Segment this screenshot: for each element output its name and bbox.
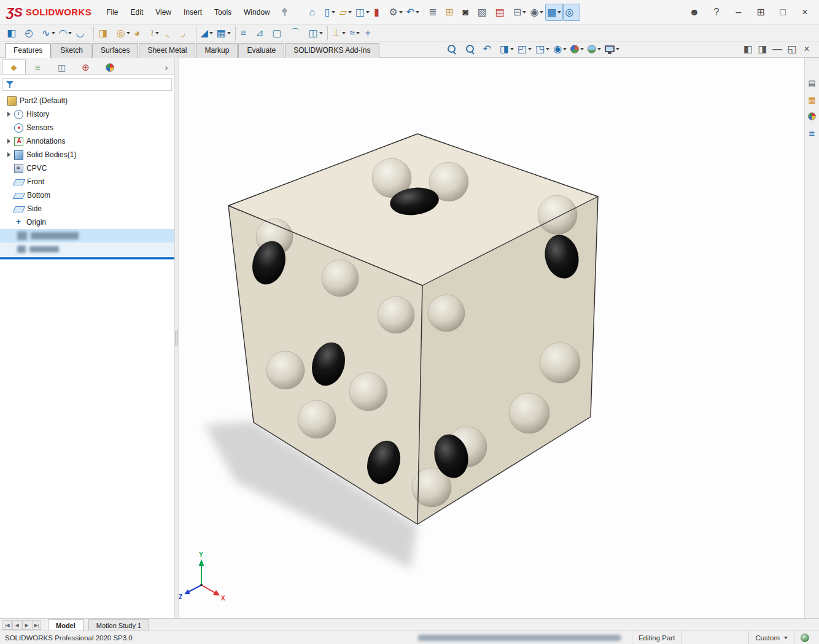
configurationmanager-tab[interactable] — [50, 60, 74, 74]
appearances-scenes-tab[interactable] — [807, 111, 818, 122]
document-view-tab[interactable]: Motion Study 1 — [88, 619, 149, 630]
close-document-button[interactable]: × — [799, 43, 814, 55]
custom-properties-tab[interactable]: ≣ — [807, 127, 818, 138]
document-view-tab[interactable]: Model — [48, 619, 83, 630]
graphics-area[interactable]: Y X Z — [179, 58, 804, 618]
tree-item-redacted[interactable] — [0, 242, 174, 256]
shell-button[interactable]: ▢ — [270, 26, 288, 41]
extruded-cut-button[interactable]: ◨ — [96, 26, 114, 41]
dropdown-caret-icon[interactable] — [557, 11, 561, 14]
minimize-window-button[interactable]: – — [729, 4, 748, 21]
tree-root-item[interactable]: Part2 (Default) — [0, 94, 174, 107]
3dexperience-button[interactable]: ▮ — [371, 4, 387, 21]
hide-show-items-button[interactable]: ◉ — [551, 42, 569, 56]
dropdown-caret-icon[interactable] — [332, 11, 335, 14]
swept-cut-button[interactable]: ≀ — [147, 26, 163, 41]
lofted-cut-button[interactable]: ◟ — [163, 26, 178, 41]
dropdown-caret-icon[interactable] — [209, 32, 213, 34]
help-button[interactable]: ? — [707, 4, 726, 21]
command-tab[interactable]: Markup — [196, 43, 238, 58]
featuremanager-tab[interactable] — [2, 60, 26, 74]
zoom-to-fit-button[interactable] — [444, 42, 463, 56]
revolved-boss-base-button[interactable]: ◴ — [23, 26, 40, 41]
dimxpertmanager-tab[interactable] — [74, 60, 98, 74]
expand-arrow-icon[interactable] — [7, 152, 10, 157]
tree-item[interactable]: Annotations — [0, 134, 174, 148]
expand-arrow-icon[interactable] — [7, 139, 10, 144]
dropdown-caret-icon[interactable] — [616, 48, 619, 50]
dropdown-caret-icon[interactable] — [580, 48, 584, 50]
menu-item[interactable]: Window — [238, 5, 276, 20]
dropdown-caret-icon[interactable] — [126, 32, 130, 34]
new-document-button[interactable]: ▯ — [322, 4, 338, 21]
view-orientation-button[interactable]: ◰ — [516, 42, 534, 56]
display-style-button[interactable]: ◳ — [534, 42, 551, 56]
options-button[interactable]: ⚙ — [387, 4, 404, 21]
revolved-cut-button[interactable]: ◕ — [132, 26, 147, 41]
tree-item-redacted-selected[interactable] — [0, 229, 174, 242]
tree-item[interactable]: Bottom — [0, 188, 174, 202]
apply-scene-button[interactable] — [586, 42, 603, 56]
dropdown-caret-icon[interactable] — [52, 32, 55, 34]
pane-right-button[interactable]: ◨ — [755, 43, 770, 55]
units-selector[interactable]: Custom — [748, 631, 794, 644]
filter-funnel-icon[interactable] — [6, 80, 14, 88]
dropdown-caret-icon[interactable] — [563, 48, 567, 50]
panel-expand-icon[interactable] — [160, 61, 173, 74]
undo-button[interactable]: ↶ — [405, 4, 421, 21]
maximize-window-button[interactable]: □ — [774, 4, 792, 21]
tree-item[interactable]: Front — [0, 175, 174, 188]
status-tag-cell[interactable] — [794, 631, 815, 644]
magnified-selection-toggle[interactable]: ◎ — [563, 4, 580, 21]
dropdown-caret-icon[interactable] — [155, 32, 159, 34]
rib-button[interactable]: ≡ — [238, 26, 254, 41]
mirror-button[interactable]: ◫ — [307, 26, 325, 41]
scroll-next-button[interactable]: ▶ — [22, 620, 31, 630]
extruded-boss-base-button[interactable]: ◧ — [5, 26, 23, 41]
menu-item[interactable]: Insert — [177, 5, 208, 20]
scroll-prev-button[interactable]: ◀ — [12, 620, 21, 630]
edit-appearance-button[interactable] — [569, 42, 586, 56]
dropdown-caret-icon[interactable] — [342, 32, 346, 34]
displaymanager-tab[interactable] — [98, 60, 122, 74]
linear-pattern-button[interactable]: ▦ — [215, 26, 233, 41]
instant3d-button[interactable]: + — [363, 26, 378, 41]
screenshot-button[interactable]: ◙ — [460, 4, 476, 21]
switch-window-button[interactable]: ⊞ — [751, 4, 770, 21]
section-view-button[interactable]: ◨ — [498, 42, 516, 56]
rollback-bar[interactable] — [0, 257, 174, 259]
view-settings-button[interactable] — [603, 42, 621, 56]
publish-pdf-button[interactable]: ▤ — [494, 4, 511, 21]
dropdown-caret-icon[interactable] — [510, 48, 514, 50]
command-tab[interactable]: Features — [5, 43, 51, 58]
dropdown-caret-icon[interactable] — [319, 32, 323, 34]
command-tab[interactable]: SOLIDWORKS Add-Ins — [285, 43, 379, 58]
dropdown-caret-icon[interactable] — [540, 11, 543, 14]
close-window-button[interactable]: × — [796, 4, 814, 21]
pack-and-go-button[interactable]: ⊞ — [443, 4, 460, 21]
tree-item[interactable]: Sensors — [0, 121, 174, 134]
wrap-button[interactable]: ⌒ — [289, 26, 307, 41]
print-button[interactable]: ⊟ — [511, 4, 528, 21]
splitter-grip[interactable] — [175, 330, 178, 346]
reference-geometry-button[interactable]: ⊥ — [330, 26, 347, 41]
command-tab[interactable]: Evaluate — [238, 43, 284, 58]
tree-item[interactable]: Side — [0, 202, 174, 215]
visibility-button[interactable]: ◉ — [528, 4, 545, 21]
command-tab[interactable]: Sheet Metal — [139, 43, 195, 58]
dropdown-caret-icon[interactable] — [528, 48, 532, 50]
tree-item[interactable]: History — [0, 107, 174, 121]
selection-filter-toggle[interactable]: ▩ — [545, 4, 563, 21]
dropdown-caret-icon[interactable] — [597, 48, 601, 50]
menu-item[interactable]: View — [149, 5, 177, 20]
draft-button[interactable]: ⊿ — [254, 26, 270, 41]
user-account-button[interactable]: ☻ — [685, 4, 704, 21]
dropdown-caret-icon[interactable] — [68, 32, 72, 34]
open-document-button[interactable]: ▱ — [338, 4, 354, 21]
tree-filter-bar[interactable] — [2, 78, 172, 91]
command-tab[interactable]: Sketch — [52, 43, 91, 58]
curves-button[interactable]: ≈ — [347, 26, 363, 41]
tree-item[interactable]: Solid Bodies(1) — [0, 148, 174, 161]
zoom-to-area-button[interactable] — [463, 42, 481, 56]
lofted-boss-base-button[interactable]: ◠ — [57, 26, 74, 41]
